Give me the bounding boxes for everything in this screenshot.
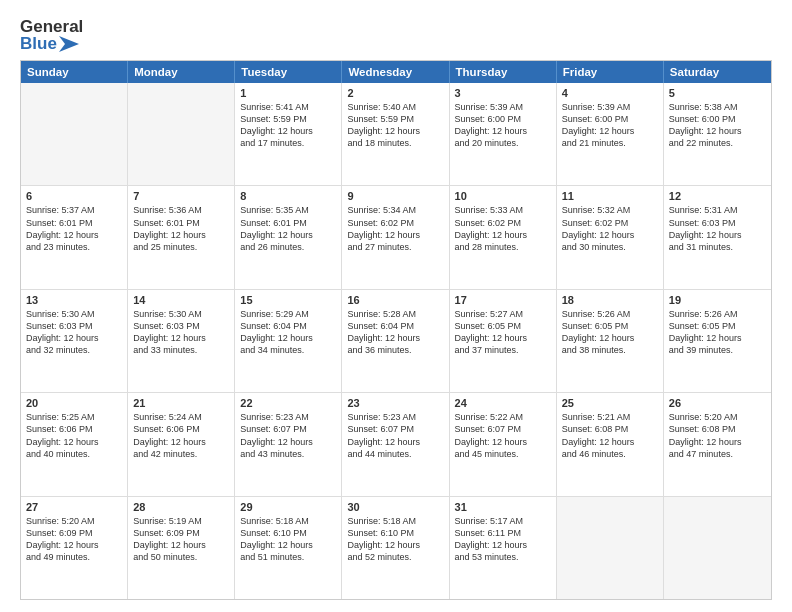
day-number: 1 bbox=[240, 87, 336, 99]
day-cell-6: 6Sunrise: 5:37 AMSunset: 6:01 PMDaylight… bbox=[21, 186, 128, 288]
day-cell-12: 12Sunrise: 5:31 AMSunset: 6:03 PMDayligh… bbox=[664, 186, 771, 288]
page: General Blue SundayMondayTuesdayWednesda… bbox=[0, 0, 792, 612]
day-details: Sunrise: 5:17 AMSunset: 6:11 PMDaylight:… bbox=[455, 515, 551, 564]
day-details: Sunrise: 5:18 AMSunset: 6:10 PMDaylight:… bbox=[240, 515, 336, 564]
logo-general-text: General bbox=[20, 18, 83, 35]
day-details: Sunrise: 5:24 AMSunset: 6:06 PMDaylight:… bbox=[133, 411, 229, 460]
day-number: 29 bbox=[240, 501, 336, 513]
header-day-saturday: Saturday bbox=[664, 61, 771, 83]
day-details: Sunrise: 5:19 AMSunset: 6:09 PMDaylight:… bbox=[133, 515, 229, 564]
day-details: Sunrise: 5:35 AMSunset: 6:01 PMDaylight:… bbox=[240, 204, 336, 253]
day-details: Sunrise: 5:28 AMSunset: 6:04 PMDaylight:… bbox=[347, 308, 443, 357]
day-details: Sunrise: 5:36 AMSunset: 6:01 PMDaylight:… bbox=[133, 204, 229, 253]
day-cell-3: 3Sunrise: 5:39 AMSunset: 6:00 PMDaylight… bbox=[450, 83, 557, 185]
logo-text: General Blue bbox=[20, 18, 83, 52]
day-number: 8 bbox=[240, 190, 336, 202]
day-cell-16: 16Sunrise: 5:28 AMSunset: 6:04 PMDayligh… bbox=[342, 290, 449, 392]
day-details: Sunrise: 5:38 AMSunset: 6:00 PMDaylight:… bbox=[669, 101, 766, 150]
day-cell-9: 9Sunrise: 5:34 AMSunset: 6:02 PMDaylight… bbox=[342, 186, 449, 288]
day-details: Sunrise: 5:32 AMSunset: 6:02 PMDaylight:… bbox=[562, 204, 658, 253]
day-cell-28: 28Sunrise: 5:19 AMSunset: 6:09 PMDayligh… bbox=[128, 497, 235, 599]
day-details: Sunrise: 5:30 AMSunset: 6:03 PMDaylight:… bbox=[26, 308, 122, 357]
empty-cell bbox=[664, 497, 771, 599]
calendar-week-1: 1Sunrise: 5:41 AMSunset: 5:59 PMDaylight… bbox=[21, 83, 771, 186]
day-cell-24: 24Sunrise: 5:22 AMSunset: 6:07 PMDayligh… bbox=[450, 393, 557, 495]
day-number: 9 bbox=[347, 190, 443, 202]
day-number: 15 bbox=[240, 294, 336, 306]
day-details: Sunrise: 5:41 AMSunset: 5:59 PMDaylight:… bbox=[240, 101, 336, 150]
day-number: 17 bbox=[455, 294, 551, 306]
day-cell-25: 25Sunrise: 5:21 AMSunset: 6:08 PMDayligh… bbox=[557, 393, 664, 495]
calendar: SundayMondayTuesdayWednesdayThursdayFrid… bbox=[20, 60, 772, 600]
day-details: Sunrise: 5:33 AMSunset: 6:02 PMDaylight:… bbox=[455, 204, 551, 253]
header-day-friday: Friday bbox=[557, 61, 664, 83]
day-details: Sunrise: 5:22 AMSunset: 6:07 PMDaylight:… bbox=[455, 411, 551, 460]
day-number: 22 bbox=[240, 397, 336, 409]
day-number: 16 bbox=[347, 294, 443, 306]
day-details: Sunrise: 5:31 AMSunset: 6:03 PMDaylight:… bbox=[669, 204, 766, 253]
day-number: 19 bbox=[669, 294, 766, 306]
day-details: Sunrise: 5:40 AMSunset: 5:59 PMDaylight:… bbox=[347, 101, 443, 150]
calendar-body: 1Sunrise: 5:41 AMSunset: 5:59 PMDaylight… bbox=[21, 83, 771, 599]
day-cell-5: 5Sunrise: 5:38 AMSunset: 6:00 PMDaylight… bbox=[664, 83, 771, 185]
calendar-week-2: 6Sunrise: 5:37 AMSunset: 6:01 PMDaylight… bbox=[21, 186, 771, 289]
day-cell-19: 19Sunrise: 5:26 AMSunset: 6:05 PMDayligh… bbox=[664, 290, 771, 392]
day-details: Sunrise: 5:20 AMSunset: 6:09 PMDaylight:… bbox=[26, 515, 122, 564]
header-day-wednesday: Wednesday bbox=[342, 61, 449, 83]
day-cell-7: 7Sunrise: 5:36 AMSunset: 6:01 PMDaylight… bbox=[128, 186, 235, 288]
logo-wrapper: General Blue bbox=[20, 18, 83, 52]
logo-blue-row: Blue bbox=[20, 35, 83, 52]
day-number: 14 bbox=[133, 294, 229, 306]
day-number: 13 bbox=[26, 294, 122, 306]
day-cell-29: 29Sunrise: 5:18 AMSunset: 6:10 PMDayligh… bbox=[235, 497, 342, 599]
day-details: Sunrise: 5:26 AMSunset: 6:05 PMDaylight:… bbox=[562, 308, 658, 357]
day-cell-4: 4Sunrise: 5:39 AMSunset: 6:00 PMDaylight… bbox=[557, 83, 664, 185]
logo: General Blue bbox=[20, 18, 83, 52]
day-cell-20: 20Sunrise: 5:25 AMSunset: 6:06 PMDayligh… bbox=[21, 393, 128, 495]
day-cell-15: 15Sunrise: 5:29 AMSunset: 6:04 PMDayligh… bbox=[235, 290, 342, 392]
day-number: 4 bbox=[562, 87, 658, 99]
logo-arrow-icon bbox=[59, 36, 79, 52]
empty-cell bbox=[21, 83, 128, 185]
day-number: 10 bbox=[455, 190, 551, 202]
calendar-week-5: 27Sunrise: 5:20 AMSunset: 6:09 PMDayligh… bbox=[21, 497, 771, 599]
header-day-tuesday: Tuesday bbox=[235, 61, 342, 83]
day-number: 30 bbox=[347, 501, 443, 513]
day-details: Sunrise: 5:25 AMSunset: 6:06 PMDaylight:… bbox=[26, 411, 122, 460]
day-number: 7 bbox=[133, 190, 229, 202]
day-details: Sunrise: 5:29 AMSunset: 6:04 PMDaylight:… bbox=[240, 308, 336, 357]
day-details: Sunrise: 5:20 AMSunset: 6:08 PMDaylight:… bbox=[669, 411, 766, 460]
day-cell-23: 23Sunrise: 5:23 AMSunset: 6:07 PMDayligh… bbox=[342, 393, 449, 495]
day-cell-17: 17Sunrise: 5:27 AMSunset: 6:05 PMDayligh… bbox=[450, 290, 557, 392]
day-number: 2 bbox=[347, 87, 443, 99]
day-number: 3 bbox=[455, 87, 551, 99]
day-details: Sunrise: 5:39 AMSunset: 6:00 PMDaylight:… bbox=[455, 101, 551, 150]
day-cell-2: 2Sunrise: 5:40 AMSunset: 5:59 PMDaylight… bbox=[342, 83, 449, 185]
day-number: 24 bbox=[455, 397, 551, 409]
day-number: 21 bbox=[133, 397, 229, 409]
day-details: Sunrise: 5:37 AMSunset: 6:01 PMDaylight:… bbox=[26, 204, 122, 253]
day-cell-8: 8Sunrise: 5:35 AMSunset: 6:01 PMDaylight… bbox=[235, 186, 342, 288]
day-number: 26 bbox=[669, 397, 766, 409]
day-details: Sunrise: 5:23 AMSunset: 6:07 PMDaylight:… bbox=[347, 411, 443, 460]
day-number: 27 bbox=[26, 501, 122, 513]
day-details: Sunrise: 5:21 AMSunset: 6:08 PMDaylight:… bbox=[562, 411, 658, 460]
day-number: 11 bbox=[562, 190, 658, 202]
day-number: 12 bbox=[669, 190, 766, 202]
empty-cell bbox=[557, 497, 664, 599]
day-details: Sunrise: 5:39 AMSunset: 6:00 PMDaylight:… bbox=[562, 101, 658, 150]
day-cell-14: 14Sunrise: 5:30 AMSunset: 6:03 PMDayligh… bbox=[128, 290, 235, 392]
day-cell-21: 21Sunrise: 5:24 AMSunset: 6:06 PMDayligh… bbox=[128, 393, 235, 495]
day-cell-1: 1Sunrise: 5:41 AMSunset: 5:59 PMDaylight… bbox=[235, 83, 342, 185]
day-cell-11: 11Sunrise: 5:32 AMSunset: 6:02 PMDayligh… bbox=[557, 186, 664, 288]
day-cell-26: 26Sunrise: 5:20 AMSunset: 6:08 PMDayligh… bbox=[664, 393, 771, 495]
calendar-week-3: 13Sunrise: 5:30 AMSunset: 6:03 PMDayligh… bbox=[21, 290, 771, 393]
day-number: 25 bbox=[562, 397, 658, 409]
day-number: 6 bbox=[26, 190, 122, 202]
day-details: Sunrise: 5:34 AMSunset: 6:02 PMDaylight:… bbox=[347, 204, 443, 253]
day-cell-31: 31Sunrise: 5:17 AMSunset: 6:11 PMDayligh… bbox=[450, 497, 557, 599]
empty-cell bbox=[128, 83, 235, 185]
day-details: Sunrise: 5:18 AMSunset: 6:10 PMDaylight:… bbox=[347, 515, 443, 564]
day-number: 23 bbox=[347, 397, 443, 409]
day-cell-13: 13Sunrise: 5:30 AMSunset: 6:03 PMDayligh… bbox=[21, 290, 128, 392]
